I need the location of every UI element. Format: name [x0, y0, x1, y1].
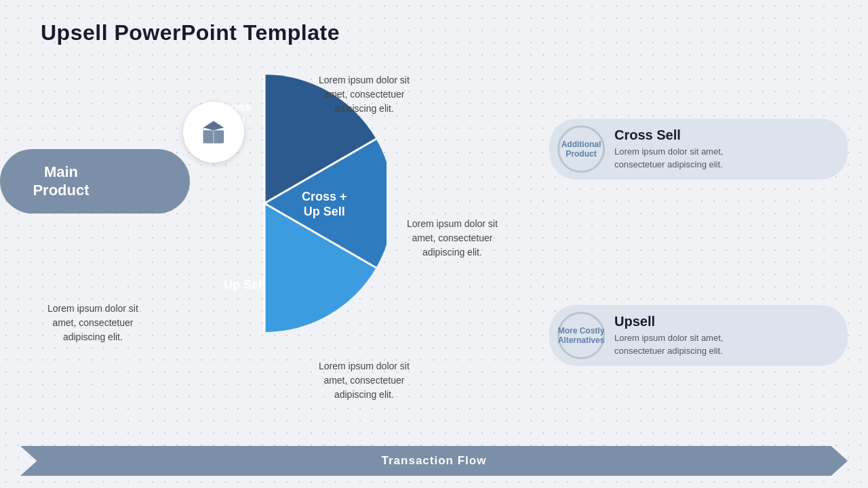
- info-card-upsell: More CostlyAlternatives Upsell Lorem ips…: [549, 305, 848, 366]
- desc-top: Lorem ipsum dolor sitamet, consectetuera…: [319, 73, 410, 116]
- upsell-title: Upsell: [614, 314, 723, 329]
- page-title: Upsell PowerPoint Template: [41, 20, 340, 45]
- desc-middle: Lorem ipsum dolor sitamet, consectetuera…: [407, 217, 498, 260]
- more-costly-label: More CostlyAlternatives: [558, 326, 605, 346]
- cross-sell-desc: Lorem ipsum dolor sit amet,consectetuer …: [614, 146, 723, 170]
- cross-sell-content: Cross Sell Lorem ipsum dolor sit amet,co…: [614, 127, 723, 170]
- additional-product-label: AdditionalProduct: [561, 140, 601, 159]
- center-icon-circle: [183, 102, 244, 163]
- bottom-banner: Transaction Flow: [20, 446, 848, 476]
- upsell-desc: Lorem ipsum dolor sit amet,consectetuer …: [614, 332, 723, 357]
- main-product-label: MainProduct: [14, 163, 108, 199]
- cross-sell-title: Cross Sell: [614, 127, 723, 143]
- cross-up-sell-label: Cross +Up Sell: [302, 190, 347, 219]
- info-card-cross-sell: AdditionalProduct Cross Sell Lorem ipsum…: [549, 119, 848, 180]
- bottom-banner-text: Transaction Flow: [382, 454, 487, 468]
- desc-left-bottom: Lorem ipsum dolor sitamet, consectetuera…: [47, 302, 138, 344]
- up-sell-label: Up Sell: [224, 278, 265, 293]
- additional-product-circle: AdditionalProduct: [557, 125, 605, 173]
- svg-marker-5: [203, 121, 224, 131]
- upsell-content: Upsell Lorem ipsum dolor sit amet,consec…: [614, 314, 723, 357]
- more-costly-circle: More CostlyAlternatives: [557, 312, 605, 359]
- box-icon: [199, 117, 229, 147]
- desc-bottom: Lorem ipsum dolor sitamet, consectetuera…: [319, 359, 410, 402]
